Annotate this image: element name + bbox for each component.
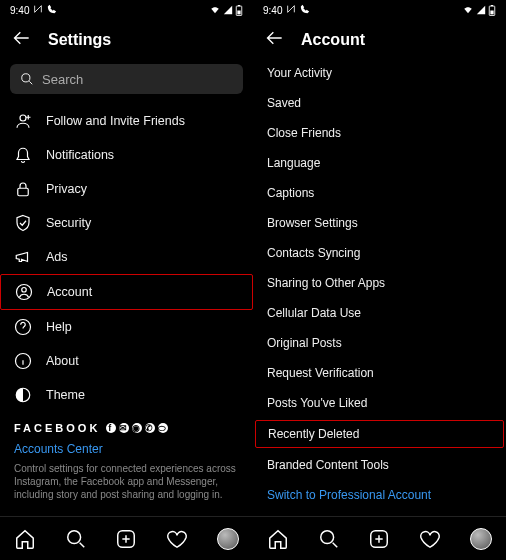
home-icon [14,528,36,550]
menu-label: Help [46,320,72,334]
menu-help[interactable]: Help [0,310,253,344]
theme-icon [14,386,32,404]
signal-icon [476,5,486,15]
back-icon[interactable] [265,28,285,52]
svg-point-11 [68,530,81,543]
menu-ads[interactable]: Ads [0,240,253,274]
accounts-center-link[interactable]: Accounts Center [0,438,253,460]
svg-rect-14 [490,10,493,14]
signal-icon [223,5,233,15]
account-list: Your Activity Saved Close Friends Langua… [253,58,506,516]
megaphone-icon [14,248,32,266]
add-friend-icon [14,112,32,130]
wifi-icon [462,5,474,15]
page-title: Account [301,31,365,49]
item-captions[interactable]: Captions [253,178,506,208]
menu-label: Security [46,216,91,230]
instagram-icon: ◉ [132,423,142,433]
svg-point-3 [22,74,30,82]
search-input[interactable]: Search [10,64,243,94]
header: Account [253,20,506,58]
item-request-verification[interactable]: Request Verification [253,358,506,388]
svg-point-7 [22,288,27,293]
svg-rect-5 [18,188,29,196]
switch-professional-link[interactable]: Switch to Professional Account [253,480,506,510]
nav-activity[interactable] [419,528,441,550]
search-icon [20,72,34,86]
logins-heading: Logins [0,509,253,516]
facebook-icon: f [106,423,116,433]
messenger-icon: ✉ [119,423,129,433]
whatsapp-icon: ✆ [145,423,155,433]
item-saved[interactable]: Saved [253,88,506,118]
item-language[interactable]: Language [253,148,506,178]
item-cellular-data[interactable]: Cellular Data Use [253,298,506,328]
item-posts-liked[interactable]: Posts You've Liked [253,388,506,418]
nav-profile[interactable] [217,528,239,550]
nav-home[interactable] [267,528,289,550]
nav-profile[interactable] [470,528,492,550]
nav-activity[interactable] [166,528,188,550]
menu-follow-invite[interactable]: Follow and Invite Friends [0,104,253,138]
svg-point-16 [321,530,334,543]
brand-icons: f ✉ ◉ ✆ ⬭ [106,423,168,433]
menu-security[interactable]: Security [0,206,253,240]
search-placeholder: Search [42,72,83,87]
nav-create[interactable] [115,528,137,550]
avatar-icon [217,528,239,550]
menu-label: About [46,354,79,368]
back-icon[interactable] [12,28,32,52]
account-icon [15,283,33,301]
accounts-desc: Control settings for connected experienc… [0,460,253,509]
nav-search[interactable] [318,528,340,550]
status-bar: 9:40 [0,0,253,20]
menu-label: Follow and Invite Friends [46,114,185,128]
menu-label: Privacy [46,182,87,196]
phone-icon [47,4,57,16]
nav-home[interactable] [14,528,36,550]
header: Settings [0,20,253,58]
item-sharing-other-apps[interactable]: Sharing to Other Apps [253,268,506,298]
menu-label: Account [47,285,92,299]
item-browser-settings[interactable]: Browser Settings [253,208,506,238]
lock-icon [14,180,32,198]
oculus-icon: ⬭ [158,423,168,433]
svg-point-4 [20,115,26,121]
svg-rect-1 [237,10,240,14]
battery-icon [235,5,243,16]
menu-account[interactable]: Account [0,274,253,310]
item-your-activity[interactable]: Your Activity [253,58,506,88]
menu-privacy[interactable]: Privacy [0,172,253,206]
avatar-icon [470,528,492,550]
home-icon [267,528,289,550]
item-recently-deleted[interactable]: Recently Deleted [255,420,504,448]
bell-icon [14,146,32,164]
menu-label: Theme [46,388,85,402]
svg-rect-2 [238,5,240,6]
nav-create[interactable] [368,528,390,550]
item-contacts-syncing[interactable]: Contacts Syncing [253,238,506,268]
heart-icon [166,528,188,550]
menu-notifications[interactable]: Notifications [0,138,253,172]
nav-search[interactable] [65,528,87,550]
create-icon [115,528,137,550]
menu-label: Notifications [46,148,114,162]
item-branded-content[interactable]: Branded Content Tools [253,450,506,480]
nfc-icon [33,4,43,16]
help-icon [14,318,32,336]
facebook-section: FACEBOOK f ✉ ◉ ✆ ⬭ [0,412,253,438]
menu-label: Ads [46,250,68,264]
create-icon [368,528,390,550]
status-time: 9:40 [263,5,282,16]
item-close-friends[interactable]: Close Friends [253,118,506,148]
page-title: Settings [48,31,111,49]
item-original-posts[interactable]: Original Posts [253,328,506,358]
bottom-nav [253,516,506,560]
phone-settings: 9:40 Settings Search Follow and Invite F… [0,0,253,560]
info-icon [14,352,32,370]
bottom-nav [0,516,253,560]
shield-icon [14,214,32,232]
menu-theme[interactable]: Theme [0,378,253,412]
nfc-icon [286,4,296,16]
menu-about[interactable]: About [0,344,253,378]
